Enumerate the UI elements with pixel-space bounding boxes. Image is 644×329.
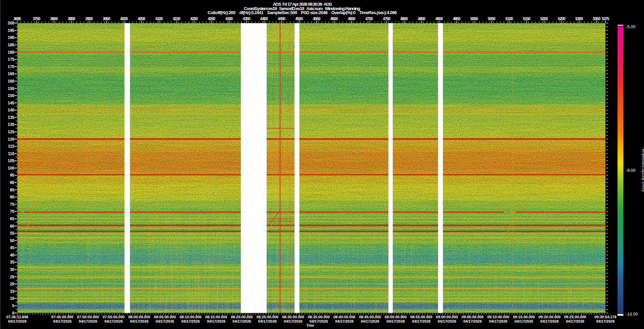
svg-text:04/17/2026: 04/17/2026	[335, 319, 354, 323]
svg-text:5200: 5200	[540, 16, 548, 21]
svg-text:4700: 4700	[365, 16, 373, 21]
svg-text:105: 105	[8, 158, 14, 163]
svg-text:07:36:12.898: 07:36:12.898	[6, 315, 28, 319]
svg-text:5375: 5375	[602, 16, 609, 21]
svg-text:04/17/2026: 04/17/2026	[438, 319, 456, 323]
svg-text:3950: 3950	[103, 16, 110, 21]
svg-text:140: 140	[8, 108, 14, 112]
svg-text:-5.00: -5.00	[626, 25, 636, 29]
svg-text:130: 130	[8, 122, 14, 127]
svg-text:08:30:00.000: 08:30:00.000	[282, 315, 304, 319]
svg-text:10: 10	[10, 296, 15, 301]
svg-text:04/17/2026: 04/17/2026	[284, 319, 302, 323]
svg-text:125: 125	[8, 130, 14, 134]
svg-text:4950: 4950	[453, 16, 461, 21]
svg-text:4850: 4850	[418, 16, 426, 21]
svg-text:25: 25	[10, 275, 15, 279]
svg-text:08:35:00.000: 08:35:00.000	[308, 315, 330, 319]
svg-text:04/17/2026: 04/17/2026	[566, 319, 584, 323]
svg-text:04/17/2026: 04/17/2026	[310, 319, 328, 323]
svg-text:08:10:00.000: 08:10:00.000	[179, 315, 201, 319]
svg-text:04/17/2026: 04/17/2026	[361, 319, 379, 323]
svg-text:4250: 4250	[208, 16, 215, 21]
svg-text:07:45:00.000: 07:45:00.000	[51, 315, 73, 319]
svg-text:65: 65	[10, 217, 15, 221]
svg-text:04/17/2026: 04/17/2026	[104, 319, 123, 323]
svg-text:04/17/2026: 04/17/2026	[386, 319, 405, 323]
svg-text:4550: 4550	[313, 16, 320, 21]
svg-text:3750: 3750	[33, 16, 40, 21]
svg-text:08:40:00.000: 08:40:00.000	[333, 315, 355, 319]
svg-text:08:45:00.000: 08:45:00.000	[359, 315, 381, 319]
svg-text:135: 135	[8, 115, 14, 120]
svg-text:-13.00: -13.00	[626, 312, 638, 317]
svg-text:04/17/2026: 04/17/2026	[79, 319, 97, 323]
svg-text:08:55:00.000: 08:55:00.000	[410, 315, 432, 319]
svg-text:07:50:00.000: 07:50:00.000	[77, 315, 99, 319]
svg-text:145: 145	[8, 101, 14, 105]
svg-text:150: 150	[8, 93, 14, 98]
svg-text:4650: 4650	[348, 16, 356, 21]
svg-text:08:20:00.000: 08:20:00.000	[231, 315, 253, 319]
svg-text:95: 95	[10, 173, 15, 178]
svg-text:5000: 5000	[470, 16, 478, 21]
svg-text:4500: 4500	[295, 16, 303, 21]
svg-text:04/17/2026: 04/17/2026	[463, 319, 482, 323]
svg-text:3800: 3800	[50, 16, 58, 21]
svg-text:4750: 4750	[383, 16, 390, 21]
svg-text:09:20:00.000: 09:20:00.000	[539, 315, 560, 319]
svg-text:4350: 4350	[243, 16, 251, 21]
svg-text:5250: 5250	[558, 16, 566, 21]
svg-text:185: 185	[8, 43, 14, 47]
svg-text:80: 80	[10, 195, 15, 199]
svg-text:4000: 4000	[120, 16, 128, 21]
svg-text:04/17/2026: 04/17/2026	[489, 319, 507, 323]
svg-text:3695: 3695	[13, 16, 21, 21]
svg-text:4800: 4800	[400, 16, 408, 21]
svg-text:04/17/2026: 04/17/2026	[130, 319, 149, 323]
svg-text:04/17/2026: 04/17/2026	[258, 319, 277, 323]
svg-text:3900: 3900	[85, 16, 93, 21]
svg-text:4050: 4050	[138, 16, 146, 21]
svg-text:04/17/2026: 04/17/2026	[540, 319, 559, 323]
svg-text:60: 60	[10, 224, 15, 229]
svg-text:160: 160	[8, 79, 14, 84]
svg-text:08:00:00.000: 08:00:00.000	[128, 315, 150, 319]
svg-text:4300: 4300	[225, 16, 233, 21]
svg-text:04/17/2026: 04/17/2026	[596, 319, 614, 323]
svg-text:04/17/2026: 04/17/2026	[8, 319, 26, 323]
svg-text:04/17/2026: 04/17/2026	[156, 319, 174, 323]
svg-text:3850: 3850	[68, 16, 75, 21]
svg-text:120: 120	[8, 137, 14, 142]
svg-text:04/17/2026: 04/17/2026	[53, 319, 71, 323]
svg-text:175: 175	[8, 57, 14, 62]
svg-text:30: 30	[10, 267, 15, 272]
svg-text:180: 180	[8, 50, 14, 55]
svg-text:5350: 5350	[593, 16, 600, 21]
svg-text:4100: 4100	[155, 16, 163, 21]
svg-text:90: 90	[10, 180, 15, 185]
svg-text:5050: 5050	[488, 16, 495, 21]
svg-text:08:25:00.000: 08:25:00.000	[257, 315, 278, 319]
svg-text:40: 40	[10, 253, 15, 257]
svg-text:85: 85	[10, 188, 15, 192]
svg-text:09:15:00.000: 09:15:00.000	[513, 315, 535, 319]
svg-text:Amplitude(Log10(g^2/Hz)): Amplitude(Log10(g^2/Hz))	[642, 149, 644, 192]
svg-text:170: 170	[8, 64, 14, 69]
svg-text:08:15:00.000: 08:15:00.000	[205, 315, 227, 319]
svg-text:45: 45	[10, 245, 15, 250]
svg-text:4600: 4600	[330, 16, 338, 21]
svg-text:20: 20	[10, 282, 15, 286]
svg-text:5150: 5150	[523, 16, 531, 21]
svg-text:04/17/2026: 04/17/2026	[412, 319, 431, 323]
svg-text:75: 75	[10, 202, 15, 207]
svg-text:190: 190	[8, 35, 14, 40]
svg-text:09:00:00.000: 09:00:00.000	[436, 315, 458, 319]
svg-text:09:05:00.000: 09:05:00.000	[462, 315, 483, 319]
svg-text:Cuttoff(Hz):200 df(Hz):0.24: Cuttoff(Hz):200 df(Hz):0.2441 Sample/Sec…	[208, 10, 397, 15]
svg-text:35: 35	[10, 260, 15, 265]
svg-text:5100: 5100	[505, 16, 513, 21]
svg-text:15: 15	[10, 289, 15, 294]
svg-text:100: 100	[8, 166, 14, 171]
svg-text:04/17/2026: 04/17/2026	[515, 319, 533, 323]
